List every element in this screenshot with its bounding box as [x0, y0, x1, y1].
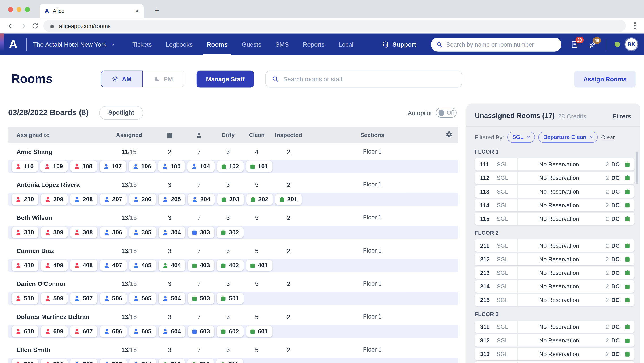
rooms-search[interactable]	[266, 70, 462, 87]
unassigned-room-112[interactable]: 112 SGL No Reservation 2 DC	[475, 172, 634, 184]
room-chip-704[interactable]: 704	[129, 359, 156, 363]
room-chip-509[interactable]: 509	[41, 293, 68, 304]
remove-filter-icon[interactable]: ×	[590, 134, 593, 140]
remove-filter-icon[interactable]: ×	[527, 134, 530, 140]
nav-item-local[interactable]: Local	[338, 33, 353, 55]
nav-item-rooms[interactable]: Rooms	[206, 33, 228, 55]
nav-item-reports[interactable]: Reports	[303, 33, 324, 55]
room-chip-202[interactable]: 202	[246, 194, 273, 205]
nav-item-logbooks[interactable]: Logbooks	[166, 33, 192, 55]
room-chip-601[interactable]: 601	[246, 326, 272, 337]
panel-scrollbar[interactable]	[636, 152, 638, 184]
nav-item-sms[interactable]: SMS	[275, 33, 289, 55]
filter-chip-departure-clean[interactable]: Departure Clean×	[538, 132, 598, 143]
room-chip-206[interactable]: 206	[129, 194, 156, 205]
room-chip-208[interactable]: 208	[70, 194, 97, 205]
room-chip-407[interactable]: 407	[100, 260, 126, 271]
window-close-button[interactable]	[8, 7, 13, 12]
room-chip-506[interactable]: 506	[100, 293, 126, 304]
window-zoom-button[interactable]	[25, 7, 30, 12]
room-chip-108[interactable]: 108	[70, 160, 97, 172]
room-chip-204[interactable]: 204	[188, 194, 215, 205]
filter-chip-sgl[interactable]: SGL×	[507, 132, 535, 143]
room-chip-606[interactable]: 606	[100, 326, 126, 337]
navbar-search-input[interactable]	[446, 41, 556, 48]
room-chip-510[interactable]: 510	[12, 293, 38, 304]
rooms-search-input[interactable]	[283, 75, 456, 82]
room-chip-309[interactable]: 309	[41, 227, 68, 238]
logbook-notifications-button[interactable]: 23	[570, 40, 579, 49]
room-chip-402[interactable]: 402	[217, 260, 244, 271]
room-chip-401[interactable]: 401	[246, 260, 272, 271]
room-chip-304[interactable]: 304	[158, 227, 185, 238]
unassigned-room-113[interactable]: 113 SGL No Reservation 2 DC	[475, 185, 634, 198]
nav-item-tickets[interactable]: Tickets	[132, 33, 152, 55]
spotlight-button[interactable]: Spotlight	[99, 106, 143, 120]
hotel-selector[interactable]: The Actabl Hotel New York	[33, 41, 115, 48]
room-chip-201[interactable]: 201	[275, 194, 302, 205]
room-chip-602[interactable]: 602	[217, 326, 244, 337]
nav-item-guests[interactable]: Guests	[242, 33, 262, 55]
unassigned-room-311[interactable]: 311 SGL No Reservation 2 DC	[475, 321, 634, 333]
room-chip-504[interactable]: 504	[158, 293, 185, 304]
room-chip-303[interactable]: 303	[188, 227, 214, 238]
reload-icon[interactable]	[29, 20, 41, 32]
room-chip-505[interactable]: 505	[129, 293, 156, 304]
room-chip-408[interactable]: 408	[70, 260, 97, 271]
tab-close-icon[interactable]: ×	[135, 8, 139, 14]
room-chip-205[interactable]: 205	[158, 194, 185, 205]
room-chip-705[interactable]: 705	[100, 359, 126, 363]
room-chip-209[interactable]: 209	[41, 194, 68, 205]
unassigned-room-314[interactable]: 314 SGL No Reservation 2 DC	[475, 362, 634, 363]
room-chip-710[interactable]: 710	[12, 359, 38, 363]
unassigned-room-312[interactable]: 312 SGL No Reservation 2 DC	[475, 334, 634, 347]
browser-menu-icon[interactable]	[631, 22, 639, 29]
room-chip-110[interactable]: 110	[12, 160, 38, 172]
room-chip-107[interactable]: 107	[100, 160, 126, 172]
room-chip-410[interactable]: 410	[12, 260, 38, 271]
unassigned-room-211[interactable]: 211 SGL No Reservation 2 DC	[475, 239, 634, 252]
room-chip-503[interactable]: 503	[188, 293, 214, 304]
room-chip-104[interactable]: 104	[188, 160, 214, 172]
unassigned-room-114[interactable]: 114 SGL No Reservation 2 DC	[475, 199, 634, 211]
room-chip-501[interactable]: 501	[217, 293, 244, 304]
forward-icon[interactable]	[17, 20, 29, 32]
user-avatar[interactable]: BK	[626, 38, 638, 50]
room-chip-703[interactable]: 703	[158, 359, 185, 363]
room-chip-210[interactable]: 210	[12, 194, 38, 205]
room-chip-409[interactable]: 409	[41, 260, 68, 271]
room-chip-609[interactable]: 609	[41, 326, 68, 337]
back-icon[interactable]	[5, 20, 17, 32]
manage-staff-button[interactable]: Manage Staff	[196, 70, 254, 87]
table-settings-button[interactable]	[438, 131, 458, 139]
room-chip-306[interactable]: 306	[100, 227, 126, 238]
room-chip-605[interactable]: 605	[129, 326, 156, 337]
unassigned-room-213[interactable]: 213 SGL No Reservation 2 DC	[475, 267, 634, 279]
room-chip-109[interactable]: 109	[41, 160, 68, 172]
new-tab-button[interactable]: +	[154, 6, 160, 14]
window-minimize-button[interactable]	[16, 7, 22, 12]
room-chip-203[interactable]: 203	[217, 194, 244, 205]
room-chip-102[interactable]: 102	[217, 160, 244, 172]
room-chip-105[interactable]: 105	[158, 160, 185, 172]
unassigned-room-111[interactable]: 111 SGL No Reservation 2 DC	[475, 158, 634, 170]
room-chip-207[interactable]: 207	[100, 194, 126, 205]
room-chip-106[interactable]: 106	[129, 160, 156, 172]
room-chip-702[interactable]: 702	[188, 359, 214, 363]
room-chip-507[interactable]: 507	[70, 293, 97, 304]
room-chip-603[interactable]: 603	[188, 326, 214, 337]
room-chip-305[interactable]: 305	[129, 227, 156, 238]
room-chip-101[interactable]: 101	[246, 160, 272, 172]
support-button[interactable]: Support	[382, 41, 416, 48]
unassigned-room-212[interactable]: 212 SGL No Reservation 2 DC	[475, 253, 634, 265]
room-chip-607[interactable]: 607	[70, 326, 97, 337]
room-chip-405[interactable]: 405	[129, 260, 156, 271]
unassigned-room-115[interactable]: 115 SGL No Reservation 2 DC	[475, 213, 634, 225]
room-chip-310[interactable]: 310	[12, 227, 38, 238]
navbar-search[interactable]	[431, 37, 561, 51]
pinned-notifications-button[interactable]: 49	[588, 40, 596, 48]
room-chip-707[interactable]: 707	[70, 359, 97, 363]
room-chip-302[interactable]: 302	[217, 227, 244, 238]
room-chip-709[interactable]: 709	[41, 359, 68, 363]
room-chip-403[interactable]: 403	[188, 260, 214, 271]
